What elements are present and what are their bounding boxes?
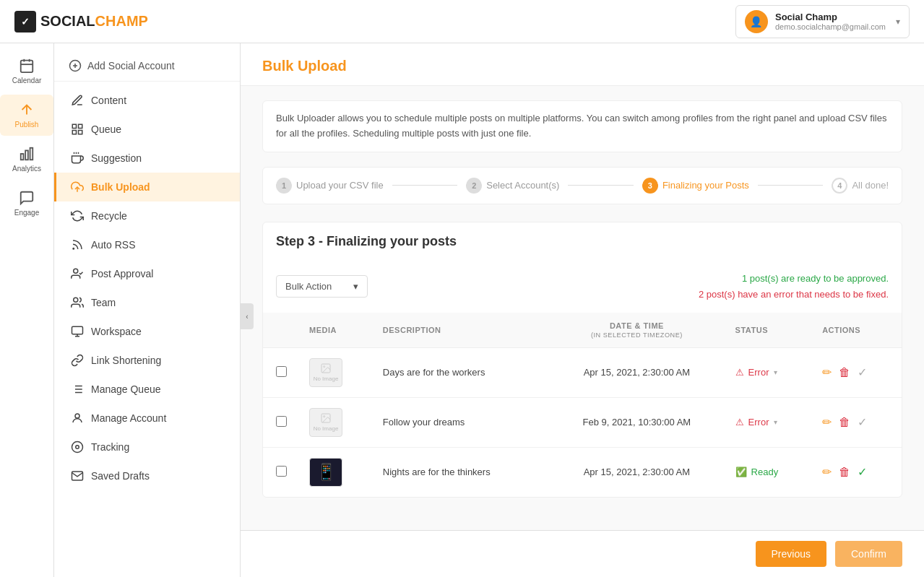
row1-status-label: Error [748,367,769,378]
logo-social: SOCIAL [40,13,95,29]
link-icon [71,354,84,367]
error-circle-icon: ⚠ [735,417,744,428]
step-3-label: Finalizing your Posts [662,180,749,191]
bulk-action-dropdown[interactable]: Bulk Action ▾ [276,275,368,298]
sidebar-item-team[interactable]: Team [54,288,240,317]
svg-point-31 [75,414,79,418]
saved-drafts-icon [71,469,84,482]
th-status: STATUS [725,313,813,348]
step-3: 3 Finalizing your Posts [642,178,749,194]
sidebar-item-link-shortening[interactable]: Link Shortening [54,346,240,375]
row2-action-btns: ✏ 🗑 ✓ [822,415,891,429]
row1-actions-cell: ✏ 🗑 ✓ [812,347,902,397]
add-social-account-button[interactable]: Add Social Account [54,51,240,82]
svg-rect-7 [30,148,33,160]
svg-rect-13 [79,131,82,134]
svg-point-33 [76,446,79,449]
sidebar-item-suggestion[interactable]: Suggestion [54,144,240,173]
status-chevron-icon: ▾ [774,368,777,376]
row1-description-cell: Days are for the workers [373,347,548,397]
row1-status-error[interactable]: ⚠ Error ▾ [735,367,803,378]
sidebar-item-recycle[interactable]: Recycle [54,201,240,230]
row1-edit-button[interactable]: ✏ [822,365,832,379]
row3-approve-button[interactable]: ✓ [858,465,867,479]
section-title: Step 3 - Finalizing your posts [263,222,902,261]
svg-point-35 [324,366,325,368]
row2-edit-button[interactable]: ✏ [822,415,832,429]
sidebar-collapse-button[interactable]: ‹ [241,303,254,329]
analytics-icon [19,146,35,162]
logo: ✓ SOCIALCHAMP [14,11,148,32]
manage-queue-icon [71,383,84,396]
sidebar-item-bulk-upload[interactable]: Bulk Upload [54,173,240,201]
row2-approve-button[interactable]: ✓ [858,415,867,429]
sidebar-item-workspace[interactable]: Workspace [54,317,240,346]
svg-point-21 [74,298,78,302]
row2-description-cell: Follow your dreams [373,397,548,447]
engage-icon [19,190,35,206]
step-4-label: All done! [852,180,889,191]
row1-datetime-cell: Apr 15, 2021, 2:30:00 AM [548,347,725,397]
previous-button[interactable]: Previous [756,541,826,567]
step-3-num: 3 [642,178,658,194]
manage-account-icon [71,412,84,425]
logo-icon: ✓ [14,11,36,32]
no-image-icon [320,363,332,374]
svg-point-37 [324,416,325,417]
row2-status-label: Error [748,417,769,428]
th-description: DESCRIPTION [373,313,548,348]
row2-checkbox[interactable] [276,416,287,427]
row2-delete-button[interactable]: 🗑 [839,416,850,429]
row3-edit-button[interactable]: ✏ [822,465,832,479]
table-section: Step 3 - Finalizing your posts Bulk Acti… [262,222,902,498]
chevron-down-icon: ▾ [896,17,900,27]
calendar-icon [19,58,35,74]
row2-checkbox-cell [263,397,299,447]
step-2: 2 Select Account(s) [466,178,559,194]
sidebar-item-publish[interactable]: Publish [0,95,53,136]
sidebar-item-tracking[interactable]: Tracking [54,433,240,461]
row2-status-cell: ⚠ Error ▾ [725,397,813,447]
sidebar-item-post-approval[interactable]: Post Approval [54,259,240,288]
row3-checkbox[interactable] [276,466,287,477]
content-area: Bulk Upload Bulk Uploader allows you to … [241,43,924,577]
svg-point-32 [72,442,83,453]
row3-datetime-cell: Apr 15, 2021, 2:30:00 AM [548,447,725,497]
no-image-icon [320,412,332,424]
top-nav: ✓ SOCIALCHAMP 👤 Social Champ demo.social… [0,0,924,43]
user-name: Social Champ [775,12,886,22]
post-approval-icon [71,267,84,280]
sidebar-item-manage-queue[interactable]: Manage Queue [54,375,240,404]
step-1-num: 1 [276,178,292,194]
sidebar-item-auto-rss[interactable]: Auto RSS [54,230,240,259]
sidebar-item-engage[interactable]: Engage [0,183,53,224]
step-1-label: Upload your CSV file [296,180,384,191]
sidebar-item-queue[interactable]: Queue [54,115,240,144]
row3-checkbox-cell [263,447,299,497]
table-header-row: MEDIA DESCRIPTION DATE & TIME(IN SELECTE… [263,313,902,348]
svg-rect-5 [21,154,24,160]
row1-checkbox[interactable] [276,366,287,377]
user-menu[interactable]: 👤 Social Champ demo.socialchamp@gmail.co… [735,5,910,38]
chevron-down-icon: ▾ [353,281,358,292]
row2-status-error[interactable]: ⚠ Error ▾ [735,417,803,428]
row1-approve-button[interactable]: ✓ [858,365,867,379]
confirm-button[interactable]: Confirm [835,541,902,567]
bulk-upload-icon [71,181,84,194]
error-circle-icon: ⚠ [735,367,744,378]
add-social-account-label: Add Social Account [87,60,175,71]
sidebar-item-calendar[interactable]: Calendar [0,51,53,92]
row3-status-label: Ready [751,467,779,477]
row1-delete-button[interactable]: 🗑 [839,366,850,379]
sidebar-item-manage-account[interactable]: Manage Account [54,404,240,433]
error-text: 2 post(s) have an error that needs to be… [699,287,889,303]
step-separator-3 [758,185,824,186]
row3-delete-button[interactable]: 🗑 [839,466,850,479]
sidebar-item-content[interactable]: Content [54,86,240,115]
steps-row: 1 Upload your CSV file 2 Select Account(… [262,167,902,204]
sidebar-item-analytics[interactable]: Analytics [0,139,53,180]
row1-action-btns: ✏ 🗑 ✓ [822,365,891,379]
sidebar-item-saved-drafts[interactable]: Saved Drafts [54,461,240,490]
recycle-icon [71,209,84,222]
row3-media-thumb [309,458,342,487]
